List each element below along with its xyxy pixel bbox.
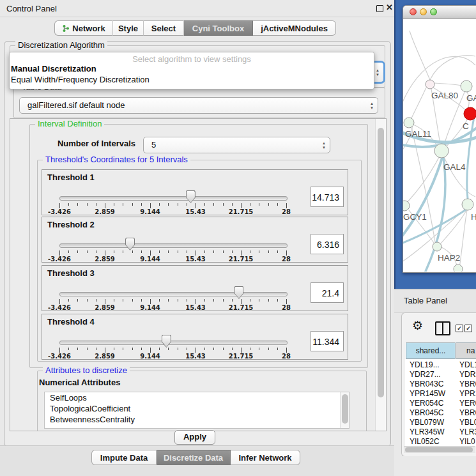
- tab-jactivemnodules[interactable]: jActiveMNodules: [253, 20, 336, 36]
- attribute-list-item[interactable]: SelfLoops: [45, 392, 349, 403]
- slider-track[interactable]: [59, 341, 288, 345]
- network-node[interactable]: [426, 80, 434, 89]
- tick-label: 9.144: [131, 353, 169, 360]
- slider-track[interactable]: [59, 196, 288, 201]
- tick-label: 28: [267, 304, 305, 311]
- float-window-icon[interactable]: [376, 5, 383, 12]
- table-row[interactable]: YER054CYER0: [405, 399, 476, 408]
- network-node-label: GAL80: [431, 91, 458, 100]
- table-row[interactable]: YIL052CYIL0: [405, 437, 476, 447]
- apply-button[interactable]: Apply: [174, 430, 215, 445]
- threshold-value-field[interactable]: 21.4: [311, 282, 344, 303]
- threshold-row: Threshold 3-3.4262.8599.14415.4321.71528…: [42, 265, 348, 311]
- minimize-traffic-light-icon[interactable]: [420, 8, 427, 15]
- table-row[interactable]: YDL19...YDL1: [405, 360, 476, 370]
- threshold-value-field[interactable]: 11.344: [311, 331, 344, 351]
- cell-name: YIL0: [459, 437, 475, 447]
- cell-shared-name: YDR27...: [410, 370, 441, 380]
- network-node[interactable]: [454, 265, 463, 272]
- attribute-list-item[interactable]: BetweennessCentrality: [45, 414, 349, 425]
- checkbox-icon[interactable]: ✓: [464, 325, 472, 332]
- panel-title: Control Panel: [6, 4, 57, 13]
- spinner-arrows-icon: ▲▼: [370, 102, 374, 110]
- cell-name: YDL1: [459, 360, 476, 370]
- network-node[interactable]: [464, 107, 476, 120]
- cell-name: YPR1: [459, 389, 476, 399]
- gear-icon[interactable]: ⚙: [412, 318, 423, 332]
- table-horizontal-scrollbar[interactable]: [404, 446, 475, 453]
- network-window-titlebar[interactable]: [403, 6, 476, 19]
- tab-impute-data[interactable]: Impute Data: [91, 450, 157, 465]
- slider-handle[interactable]: [234, 286, 243, 299]
- cell-shared-name: YBL079W: [410, 418, 444, 427]
- tab-cyni-toolbox[interactable]: Cyni Toolbox: [184, 20, 253, 36]
- dropdown-hint: Select algorithm to view settings: [10, 54, 374, 64]
- table-row[interactable]: YLR345WYLR3: [405, 427, 476, 437]
- close-traffic-light-icon[interactable]: [410, 8, 417, 15]
- dropdown-option[interactable]: Manual Discretization: [11, 64, 96, 73]
- tick-label: 21.715: [222, 256, 260, 263]
- table-row[interactable]: YBL079WYBL0: [405, 418, 476, 427]
- network-edge: [410, 31, 430, 80]
- slider-handle[interactable]: [186, 190, 196, 203]
- zoom-traffic-light-icon[interactable]: [430, 8, 437, 15]
- table-panel-titlebar: Table Panel: [394, 289, 476, 313]
- tick-label: 21.715: [222, 304, 260, 311]
- table-data-combobox[interactable]: galFiltered.sif default node ▲▼: [19, 97, 378, 114]
- slider-track[interactable]: [59, 243, 288, 248]
- tick-label: -3.426: [40, 208, 79, 215]
- network-node[interactable]: [434, 144, 449, 158]
- dropdown-option[interactable]: Equal Width/Frequency Discretization: [11, 75, 150, 84]
- cell-name: YBR0: [459, 380, 476, 389]
- network-edge: [434, 83, 461, 86]
- top-tab-bar: NetworkStyleSelectCyni ToolboxjActiveMNo…: [54, 20, 336, 36]
- tick-label: 9.144: [131, 208, 169, 215]
- network-node-label: GA: [466, 93, 476, 103]
- checkbox-icon[interactable]: ✓: [456, 325, 463, 332]
- table-row[interactable]: YBR045CYBR0: [405, 408, 476, 418]
- close-icon[interactable]: ✕: [386, 3, 393, 12]
- threshold-row: Threshold 2-3.4262.8599.14415.4321.71528…: [42, 217, 348, 263]
- slider-handle[interactable]: [125, 238, 135, 250]
- tick-label: 2.859: [86, 353, 124, 360]
- network-node[interactable]: [461, 81, 472, 92]
- tab-discretize-data[interactable]: Discretize Data: [157, 450, 231, 465]
- tick-label: 28: [267, 256, 305, 263]
- cyni-toolbox-panel: Discretization Algorithm ▲▼ Select algor…: [4, 41, 391, 447]
- threshold-label: Threshold 2: [47, 220, 95, 229]
- tab-infer-network[interactable]: Infer Network: [231, 450, 300, 465]
- network-node[interactable]: [462, 199, 473, 210]
- network-node[interactable]: [404, 118, 414, 128]
- threshold-label: Threshold 3: [47, 268, 95, 278]
- cell-shared-name: YER054C: [410, 399, 443, 408]
- main-vertical-scrollbar[interactable]: [375, 119, 386, 431]
- network-canvas[interactable]: GAL80GACGAL11GAL4GCY1HHAP2: [403, 19, 476, 272]
- columns-icon[interactable]: [435, 321, 450, 335]
- slider-track[interactable]: [59, 292, 288, 296]
- threshold-value-field[interactable]: 14.713: [311, 187, 344, 207]
- table-row[interactable]: YPR145WYPR1: [405, 389, 476, 399]
- column-header-shared[interactable]: shared...: [406, 342, 456, 359]
- tab-select[interactable]: Select: [144, 20, 184, 36]
- cell-name: YBL0: [459, 418, 476, 427]
- thresholds-group-title: Threshold's Coordinates for 5 Intervals: [43, 155, 190, 164]
- network-node[interactable]: [403, 201, 410, 211]
- network-node[interactable]: [433, 242, 441, 251]
- attributes-scrollbar[interactable]: [340, 392, 349, 428]
- table-row[interactable]: YDR27...YDR2: [405, 370, 476, 380]
- bottom-tab-bar: Impute DataDiscretize DataInfer Network: [91, 450, 300, 465]
- table-panel-footer: [394, 456, 476, 476]
- column-header-name[interactable]: na: [456, 342, 476, 359]
- number-of-intervals-value: 5: [151, 140, 156, 150]
- attribute-list-item[interactable]: TopologicalCoefficient: [45, 403, 349, 414]
- threshold-value-field[interactable]: 6.316: [311, 234, 344, 254]
- tab-style[interactable]: Style: [113, 20, 144, 36]
- tick-label: 15.43: [176, 208, 215, 215]
- table-row[interactable]: YBR043CYBR0: [405, 380, 476, 389]
- tab-network[interactable]: Network: [54, 20, 113, 36]
- attributes-group: Attributes to discretize Numerical Attri…: [37, 371, 367, 431]
- slider-handle[interactable]: [162, 335, 171, 348]
- number-of-intervals-spinner[interactable]: 5 ▲▼: [143, 137, 330, 153]
- cell-shared-name: YBR045C: [410, 408, 443, 418]
- number-of-intervals-label: Number of Intervals: [23, 139, 135, 148]
